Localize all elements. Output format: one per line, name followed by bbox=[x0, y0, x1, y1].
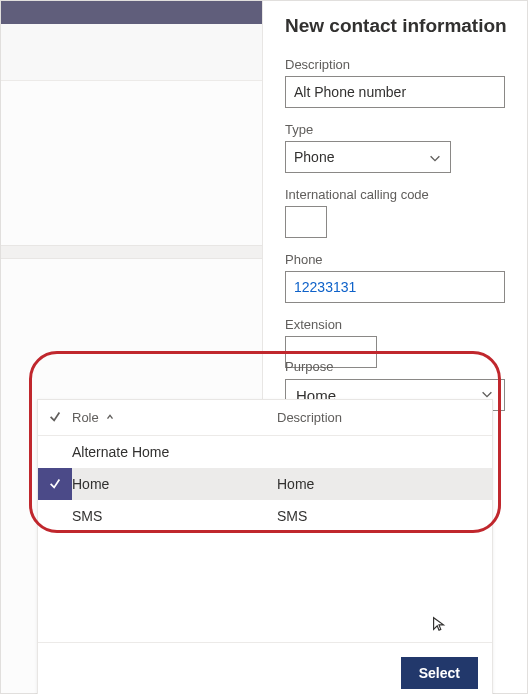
checkmark-column-header[interactable] bbox=[38, 409, 72, 426]
description-header-label: Description bbox=[277, 410, 342, 425]
extension-label: Extension bbox=[285, 317, 507, 332]
lookup-row[interactable]: Alternate Home bbox=[38, 436, 492, 468]
lookup-whitespace bbox=[38, 532, 492, 642]
panel-title: New contact information bbox=[285, 15, 507, 37]
purpose-label: Purpose bbox=[285, 359, 505, 374]
field-intl-code: International calling code bbox=[285, 187, 507, 238]
row-description-cell: Home bbox=[277, 476, 492, 492]
phone-label: Phone bbox=[285, 252, 507, 267]
phone-input[interactable]: 12233131 bbox=[285, 271, 505, 303]
select-button[interactable]: Select bbox=[401, 657, 478, 689]
sort-ascending-icon bbox=[105, 410, 115, 425]
field-type: Type Phone bbox=[285, 122, 507, 173]
row-check-cell bbox=[38, 468, 72, 500]
row-description-cell: SMS bbox=[277, 508, 492, 524]
intl-code-label: International calling code bbox=[285, 187, 507, 202]
field-description: Description Alt Phone number bbox=[285, 57, 507, 108]
phone-value: 12233131 bbox=[294, 279, 356, 295]
role-header-label: Role bbox=[72, 410, 99, 425]
cursor-icon bbox=[430, 615, 448, 636]
lookup-row[interactable]: HomeHome bbox=[38, 468, 492, 500]
lookup-body: Alternate HomeHomeHomeSMSSMS bbox=[38, 436, 492, 532]
field-phone: Phone 12233131 bbox=[285, 252, 507, 303]
check-icon bbox=[48, 476, 62, 493]
description-input[interactable]: Alt Phone number bbox=[285, 76, 505, 108]
purpose-lookup-flyout: Role Description Alternate HomeHomeHomeS… bbox=[37, 399, 493, 694]
type-label: Type bbox=[285, 122, 507, 137]
field-purpose: Purpose bbox=[285, 359, 505, 378]
row-role-cell: Home bbox=[72, 476, 277, 492]
left-divider-block bbox=[1, 245, 264, 259]
description-label: Description bbox=[285, 57, 507, 72]
type-value: Phone bbox=[294, 149, 334, 165]
type-select[interactable]: Phone bbox=[285, 141, 451, 173]
check-icon bbox=[48, 409, 62, 426]
chevron-down-icon bbox=[428, 151, 442, 168]
lookup-row[interactable]: SMSSMS bbox=[38, 500, 492, 532]
row-role-cell: Alternate Home bbox=[72, 444, 277, 460]
app-shell: New contact information Description Alt … bbox=[0, 0, 528, 694]
description-value: Alt Phone number bbox=[294, 84, 406, 100]
role-column-header[interactable]: Role bbox=[72, 410, 277, 425]
row-role-cell: SMS bbox=[72, 508, 277, 524]
description-column-header[interactable]: Description bbox=[277, 410, 492, 425]
left-header-bar bbox=[1, 1, 264, 24]
intl-code-input[interactable] bbox=[285, 206, 327, 238]
lookup-header: Role Description bbox=[38, 400, 492, 436]
lookup-footer: Select bbox=[38, 642, 492, 694]
left-strip-top bbox=[1, 24, 264, 80]
